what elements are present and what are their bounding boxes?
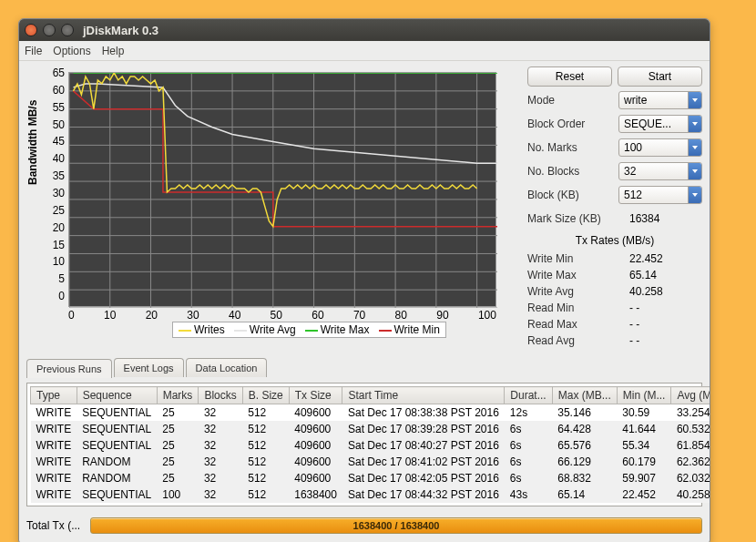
close-icon[interactable] (25, 24, 37, 36)
chart-legend: Writes Write Avg Write Max Write Min (172, 322, 446, 338)
tx-rates-header: Tx Rates (MB/s) (527, 234, 702, 247)
runs-table-panel: TypeSequenceMarksBlocksB. SizeTx SizeSta… (26, 383, 702, 506)
col-header[interactable]: Type (31, 387, 77, 404)
col-header[interactable]: Max (MB... (552, 387, 617, 404)
total-tx-label: Total Tx (... (26, 519, 83, 532)
menu-options[interactable]: Options (53, 45, 90, 57)
marks-select[interactable]: 100 (618, 138, 702, 157)
table-row[interactable]: WRITESEQUENTIAL2532512409600Sat Dec 17 0… (31, 421, 711, 437)
mode-label: Mode (527, 94, 555, 107)
table-row[interactable]: WRITESEQUENTIAL2532512409600Sat Dec 17 0… (31, 437, 711, 454)
tabstrip: Previous Runs Event Logs Data Location (26, 358, 702, 377)
menu-help[interactable]: Help (102, 45, 125, 57)
menu-file[interactable]: File (25, 45, 42, 57)
table-row[interactable]: WRITERANDOM2532512409600Sat Dec 17 08:41… (31, 454, 711, 470)
mode-select[interactable]: write (618, 91, 702, 109)
progress-bar: 1638400 / 1638400 (90, 517, 702, 534)
chart-panel: Bandwidth MB/s 6560555045403530252015105… (26, 66, 518, 349)
progress-text: 1638400 / 1638400 (353, 520, 440, 531)
col-header[interactable]: Tx Size (289, 387, 342, 404)
y-axis-ticks: 65605550454035302520151050 (45, 66, 65, 307)
read-avg-value: - - (629, 334, 702, 347)
side-panel: Reset Start Modewrite Block OrderSEQUE..… (527, 66, 702, 349)
block-order-select[interactable]: SEQUE... (618, 115, 702, 133)
tab-event-logs[interactable]: Event Logs (114, 358, 184, 377)
read-min-value: - - (629, 302, 702, 314)
write-max-value: 65.14 (629, 269, 702, 281)
col-header[interactable]: Avg (M... (671, 387, 710, 404)
menubar: File Options Help (19, 41, 710, 61)
table-row[interactable]: WRITESEQUENTIAL100325121638400Sat Dec 17… (31, 486, 711, 503)
block-kb-label: Block (KB) (527, 189, 579, 201)
x-axis-ticks: 0102030405060708090100 (68, 309, 496, 322)
col-header[interactable]: B. Size (242, 387, 289, 404)
col-header[interactable]: Start Time (342, 387, 505, 404)
start-button[interactable]: Start (618, 66, 702, 87)
table-row[interactable]: WRITERANDOM2532512409600Sat Dec 17 08:42… (31, 470, 711, 486)
table-row[interactable]: WRITESEQUENTIAL2532512409600Sat Dec 17 0… (31, 404, 711, 422)
maximize-icon[interactable] (61, 24, 74, 36)
col-header[interactable]: Marks (157, 387, 199, 404)
blocks-label: No. Blocks (527, 165, 579, 178)
tab-previous-runs[interactable]: Previous Runs (26, 359, 112, 378)
footer: Total Tx (... 1638400 / 1638400 (26, 517, 702, 534)
blocks-select[interactable]: 32 (618, 162, 702, 180)
chart-plot-area (68, 72, 496, 307)
titlebar[interactable]: jDiskMark 0.3 (19, 19, 710, 41)
mark-size-label: Mark Size (KB) (527, 212, 601, 225)
tab-data-location[interactable]: Data Location (186, 358, 268, 377)
write-avg-value: 40.258 (629, 285, 702, 298)
mark-size-value: 16384 (629, 212, 702, 225)
reset-button[interactable]: Reset (527, 66, 612, 87)
marks-label: No. Marks (527, 141, 577, 154)
window-title: jDiskMark 0.3 (83, 24, 158, 37)
col-header[interactable]: Blocks (199, 387, 242, 404)
application-window: jDiskMark 0.3 File Options Help Bandwidt… (18, 18, 710, 542)
col-header[interactable]: Min (M... (617, 387, 671, 404)
col-header[interactable]: Sequence (77, 387, 157, 404)
block-kb-select[interactable]: 512 (618, 186, 702, 204)
read-max-value: - - (629, 318, 702, 331)
write-min-value: 22.452 (629, 252, 702, 265)
runs-table: TypeSequenceMarksBlocksB. SizeTx SizeSta… (30, 386, 710, 503)
col-header[interactable]: Durat... (505, 387, 552, 404)
y-axis-label: Bandwidth MB/s (26, 100, 39, 185)
block-order-label: Block Order (527, 118, 585, 130)
minimize-icon[interactable] (43, 24, 56, 36)
